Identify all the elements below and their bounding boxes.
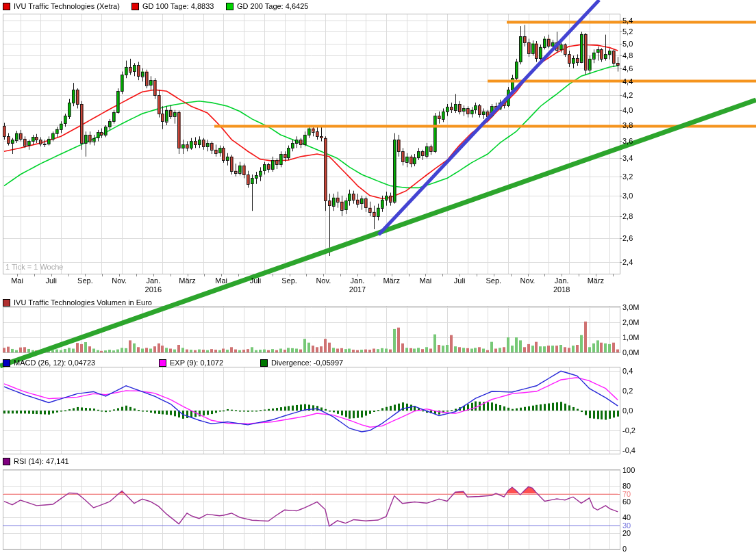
chart-stage: IVU Traffic Technologies (Xetra)GD 100 T… <box>0 0 756 557</box>
stock-chart-canvas[interactable] <box>0 0 756 557</box>
